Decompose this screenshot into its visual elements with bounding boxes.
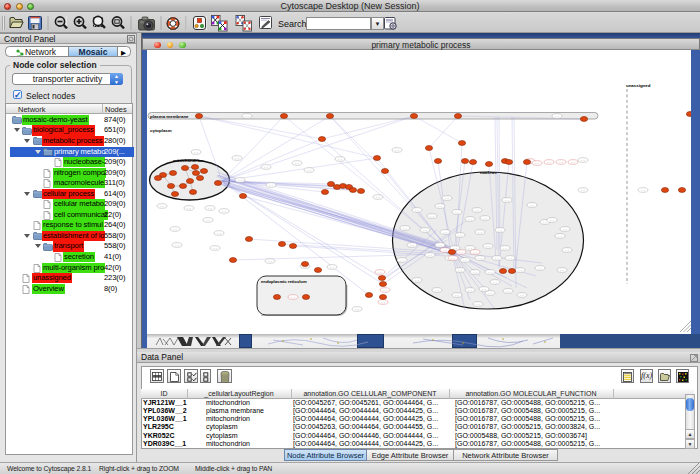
- svg-text:[...]: [...]: [235, 157, 239, 160]
- svg-text:[...]: [...]: [245, 115, 249, 118]
- svg-text:[...]: [...]: [291, 296, 295, 299]
- svg-text:[...]: [...]: [330, 266, 334, 269]
- svg-text:[...]: [...]: [400, 259, 404, 262]
- svg-text:[...]: [...]: [443, 231, 447, 234]
- svg-text:[...]: [...]: [493, 281, 497, 284]
- svg-text:[...]: [...]: [486, 245, 490, 248]
- svg-text:[...]: [...]: [473, 251, 477, 254]
- svg-text:[...]: [...]: [495, 257, 499, 260]
- svg-text:[...]: [...]: [506, 290, 510, 293]
- svg-text:[...]: [...]: [473, 271, 477, 274]
- svg-text:[...]: [...]: [451, 257, 455, 260]
- svg-text:[...]: [...]: [428, 254, 432, 257]
- svg-text:[...]: [...]: [475, 209, 479, 212]
- svg-text:endoplasmic reticulum: endoplasmic reticulum: [261, 279, 307, 284]
- svg-text:[...]: [...]: [443, 249, 447, 252]
- svg-text:[...]: [...]: [213, 247, 217, 250]
- svg-text:[...]: [...]: [503, 247, 507, 250]
- svg-text:[...]: [...]: [482, 288, 486, 291]
- svg-text:[...]: [...]: [403, 227, 407, 230]
- svg-text:[...]: [...]: [563, 228, 567, 231]
- svg-text:[...]: [...]: [459, 251, 463, 254]
- svg-text:[...]: [...]: [378, 271, 382, 274]
- svg-text:[...]: [...]: [415, 279, 419, 282]
- svg-text:[...]: [...]: [423, 229, 427, 232]
- svg-text:[...]: [...]: [355, 308, 359, 311]
- svg-text:[...]: [...]: [173, 228, 177, 231]
- svg-text:[...]: [...]: [476, 303, 480, 306]
- svg-text:[...]: [...]: [498, 229, 502, 232]
- svg-text:[...]: [...]: [295, 162, 299, 165]
- svg-text:[...]: [...]: [338, 158, 342, 161]
- svg-text:[...]: [...]: [547, 161, 551, 164]
- svg-text:[...]: [...]: [518, 269, 522, 272]
- svg-text:[...]: [...]: [478, 231, 482, 234]
- svg-text:[...]: [...]: [160, 205, 164, 208]
- svg-text:nucleus: nucleus: [480, 170, 497, 175]
- svg-text:[...]: [...]: [445, 197, 449, 200]
- svg-text:[...]: [...]: [187, 207, 191, 210]
- svg-text:[...]: [...]: [458, 269, 462, 272]
- svg-text:[...]: [...]: [543, 221, 547, 224]
- svg-text:[...]: [...]: [438, 205, 442, 208]
- svg-text:[...]: [...]: [508, 257, 512, 260]
- svg-text:[...]: [...]: [381, 301, 385, 304]
- svg-text:[...]: [...]: [194, 151, 198, 154]
- svg-text:[...]: [...]: [264, 166, 268, 169]
- svg-text:[...]: [...]: [206, 219, 210, 222]
- svg-text:[...]: [...]: [208, 207, 212, 210]
- svg-text:[...]: [...]: [520, 294, 524, 297]
- svg-text:[...]: [...]: [478, 257, 482, 260]
- svg-text:[...]: [...]: [641, 189, 645, 192]
- svg-text:[...]: [...]: [535, 162, 539, 165]
- svg-text:unassigned: unassigned: [626, 83, 651, 88]
- svg-text:[...]: [...]: [463, 259, 467, 262]
- svg-text:[...]: [...]: [468, 289, 472, 292]
- svg-text:[...]: [...]: [455, 294, 459, 297]
- svg-text:[...]: [...]: [222, 210, 226, 213]
- svg-text:[...]: [...]: [565, 249, 569, 252]
- svg-text:[...]: [...]: [555, 115, 559, 118]
- svg-text:[...]: [...]: [238, 179, 242, 182]
- svg-text:[...]: [...]: [505, 199, 509, 202]
- svg-text:[...]: [...]: [468, 218, 472, 221]
- svg-text:[...]: [...]: [571, 161, 575, 164]
- svg-text:[...]: [...]: [395, 149, 399, 152]
- svg-text:[...]: [...]: [550, 219, 554, 222]
- svg-text:[...]: [...]: [560, 269, 564, 272]
- svg-text:[...]: [...]: [175, 244, 179, 247]
- svg-text:[...]: [...]: [376, 196, 380, 199]
- svg-text:[...]: [...]: [468, 247, 472, 250]
- svg-text:[...]: [...]: [488, 271, 492, 274]
- svg-text:plasma membrane: plasma membrane: [150, 114, 189, 119]
- svg-text:[...]: [...]: [438, 244, 442, 247]
- svg-text:[...]: [...]: [217, 232, 221, 235]
- svg-text:[...]: [...]: [581, 159, 585, 162]
- svg-text:[...]: [...]: [558, 235, 562, 238]
- svg-text:[...]: [...]: [269, 184, 273, 187]
- svg-text:cytoplasm: cytoplasm: [150, 128, 172, 133]
- svg-text:[...]: [...]: [458, 234, 462, 237]
- svg-text:[...]: [...]: [538, 267, 542, 270]
- svg-text:mitochondrion: mitochondrion: [173, 158, 204, 163]
- svg-text:[...]: [...]: [435, 289, 439, 292]
- svg-text:[...]: [...]: [559, 161, 563, 164]
- svg-text:[...]: [...]: [430, 215, 434, 218]
- svg-text:[...]: [...]: [410, 244, 414, 247]
- svg-text:[...]: [...]: [581, 189, 585, 192]
- svg-text:[...]: [...]: [268, 260, 272, 263]
- svg-text:[...]: [...]: [415, 209, 419, 212]
- svg-text:[...]: [...]: [455, 211, 459, 214]
- svg-text:[...]: [...]: [483, 217, 487, 220]
- svg-text:[...]: [...]: [383, 289, 387, 292]
- svg-text:[...]: [...]: [307, 169, 311, 172]
- svg-text:[...]: [...]: [488, 292, 492, 295]
- svg-text:[...]: [...]: [530, 204, 534, 207]
